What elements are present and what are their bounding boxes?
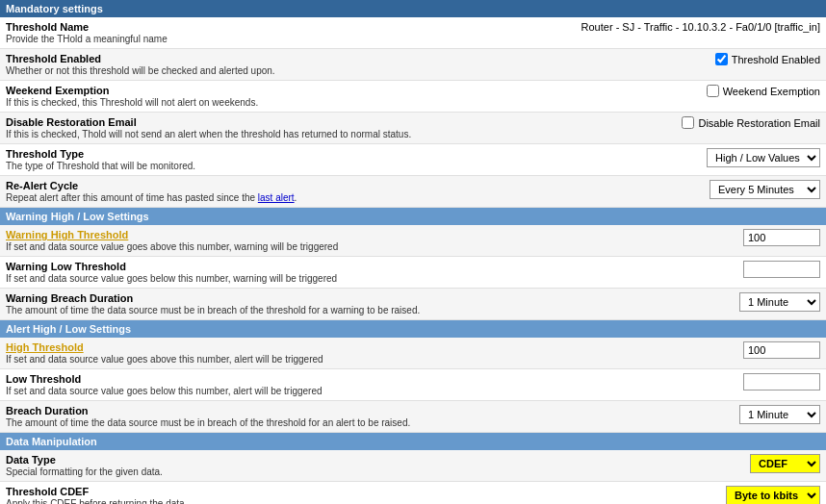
threshold-type-title: Threshold Type	[6, 148, 555, 160]
high-threshold-title: High Threshold	[6, 341, 555, 353]
low-threshold-desc: If set and data source value goes below …	[6, 386, 555, 396]
breach-duration-desc: The amount of time the data source must …	[6, 417, 555, 428]
re-alert-cycle-select[interactable]: Every 5 Minutes Every 10 Minutes Every 3…	[710, 180, 820, 199]
warning-low-threshold-title: Warning Low Threshold	[6, 261, 555, 272]
threshold-cdef-control[interactable]: Byte to kbits Bits to Bytes None	[564, 486, 820, 504]
threshold-name-control: Router - SJ - Traffic - 10.10.3.2 - Fa0/…	[564, 21, 820, 33]
threshold-cdef-row: Threshold CDEF Apply this CDEF before re…	[0, 482, 826, 504]
warning-low-threshold-desc: If set and data source value goes below …	[6, 273, 555, 284]
warning-breach-duration-desc: The amount of time the data source must …	[6, 305, 555, 315]
warning-low-threshold-label: Warning Low Threshold If set and data so…	[6, 261, 564, 284]
warning-breach-duration-control[interactable]: 1 Minute 5 Minutes 10 Minutes 30 Minutes	[564, 292, 820, 312]
high-threshold-control[interactable]	[564, 341, 820, 359]
threshold-enabled-row: Threshold Enabled Whether or not this th…	[0, 49, 826, 81]
last-alert-link: last alert	[258, 192, 295, 203]
disable-restoration-desc: If this is checked, Thold will not send …	[6, 129, 555, 139]
disable-restoration-row: Disable Restoration Email If this is che…	[0, 113, 826, 144]
threshold-type-label: Threshold Type The type of Threshold tha…	[6, 148, 564, 171]
threshold-enabled-control[interactable]: Threshold Enabled	[564, 53, 820, 65]
warning-high-threshold-desc: If set and data source value goes above …	[6, 241, 555, 252]
data-type-control[interactable]: CDEF None Gauge Counter	[564, 454, 820, 473]
re-alert-cycle-control[interactable]: Every 5 Minutes Every 10 Minutes Every 3…	[564, 180, 820, 199]
alert-header: Alert High / Low Settings	[0, 320, 826, 338]
low-threshold-label: Low Threshold If set and data source val…	[6, 373, 564, 396]
disable-restoration-checkbox-label: Disable Restoration Email	[698, 117, 820, 129]
data-type-desc: Special formatting for the given data.	[6, 466, 555, 477]
warning-high-threshold-input[interactable]	[743, 229, 820, 246]
disable-restoration-control[interactable]: Disable Restoration Email	[564, 116, 820, 129]
weekend-exemption-checkbox[interactable]	[707, 85, 719, 97]
weekend-exemption-checkbox-label: Weekend Exemption	[723, 86, 820, 97]
re-alert-cycle-title: Re-Alert Cycle	[6, 180, 555, 191]
threshold-cdef-label: Threshold CDEF Apply this CDEF before re…	[6, 486, 564, 504]
threshold-cdef-title: Threshold CDEF	[6, 486, 555, 497]
high-threshold-input[interactable]	[743, 341, 820, 359]
weekend-exemption-title: Weekend Exemption	[6, 85, 555, 96]
warning-high-threshold-row: Warning High Threshold If set and data s…	[0, 225, 826, 257]
warning-high-threshold-control[interactable]	[564, 229, 820, 246]
warning-breach-duration-select[interactable]: 1 Minute 5 Minutes 10 Minutes 30 Minutes	[739, 292, 820, 312]
high-threshold-desc: If set and data source value goes above …	[6, 354, 555, 365]
disable-restoration-label: Disable Restoration Email If this is che…	[6, 116, 564, 139]
weekend-exemption-label: Weekend Exemption If this is checked, th…	[6, 85, 564, 108]
warning-breach-duration-row: Warning Breach Duration The amount of ti…	[0, 289, 826, 320]
warning-breach-duration-title: Warning Breach Duration	[6, 292, 555, 304]
low-threshold-control[interactable]	[564, 373, 820, 391]
high-threshold-row: High Threshold If set and data source va…	[0, 338, 826, 369]
data-type-label: Data Type Special formatting for the giv…	[6, 454, 564, 477]
warning-high-threshold-label: Warning High Threshold If set and data s…	[6, 229, 564, 252]
data-manipulation-header: Data Manipulation	[0, 433, 826, 450]
warning-breach-duration-label: Warning Breach Duration The amount of ti…	[6, 292, 564, 315]
weekend-exemption-desc: If this is checked, this Threshold will …	[6, 97, 555, 108]
warning-low-threshold-input[interactable]	[743, 261, 820, 278]
re-alert-cycle-desc: Repeat alert after this amount of time h…	[6, 192, 555, 203]
data-type-select[interactable]: CDEF None Gauge Counter	[750, 454, 820, 473]
threshold-enabled-label: Threshold Enabled Whether or not this th…	[6, 53, 564, 76]
threshold-enabled-checkbox-label: Threshold Enabled	[732, 54, 820, 65]
threshold-cdef-desc: Apply this CDEF before returning the dat…	[6, 498, 555, 504]
high-threshold-label: High Threshold If set and data source va…	[6, 341, 564, 365]
low-threshold-input[interactable]	[743, 373, 820, 391]
threshold-cdef-select[interactable]: Byte to kbits Bits to Bytes None	[726, 486, 820, 504]
low-threshold-title: Low Threshold	[6, 373, 555, 385]
threshold-type-control[interactable]: High / Low Values Time Based Baseline	[564, 148, 820, 167]
threshold-type-desc: The type of Threshold that will be monit…	[6, 161, 555, 171]
weekend-exemption-row: Weekend Exemption If this is checked, th…	[0, 81, 826, 113]
breach-duration-row: Breach Duration The amount of time the d…	[0, 401, 826, 433]
breach-duration-title: Breach Duration	[6, 405, 555, 416]
warning-low-threshold-row: Warning Low Threshold If set and data so…	[0, 257, 826, 289]
threshold-name-label: Threshold Name Provide the THold a meani…	[6, 21, 564, 44]
threshold-type-select[interactable]: High / Low Values Time Based Baseline	[707, 148, 820, 167]
low-threshold-row: Low Threshold If set and data source val…	[0, 369, 826, 401]
breach-duration-select[interactable]: 1 Minute 5 Minutes 10 Minutes 30 Minutes	[739, 405, 820, 424]
threshold-name-value: Router - SJ - Traffic - 10.10.3.2 - Fa0/…	[581, 21, 820, 33]
breach-duration-label: Breach Duration The amount of time the d…	[6, 405, 564, 428]
threshold-enabled-title: Threshold Enabled	[6, 53, 555, 64]
data-type-title: Data Type	[6, 454, 555, 466]
data-type-row: Data Type Special formatting for the giv…	[0, 450, 826, 482]
threshold-enabled-checkbox[interactable]	[715, 53, 728, 65]
warning-header: Warning High / Low Settings	[0, 208, 826, 225]
disable-restoration-checkbox[interactable]	[682, 116, 694, 129]
mandatory-header: Mandatory settings	[0, 0, 826, 17]
threshold-name-desc: Provide the THold a meaningful name	[6, 34, 555, 44]
re-alert-cycle-label: Re-Alert Cycle Repeat alert after this a…	[6, 180, 564, 203]
breach-duration-control[interactable]: 1 Minute 5 Minutes 10 Minutes 30 Minutes	[564, 405, 820, 424]
weekend-exemption-control[interactable]: Weekend Exemption	[564, 85, 820, 97]
threshold-name-row: Threshold Name Provide the THold a meani…	[0, 17, 826, 49]
threshold-name-title: Threshold Name	[6, 21, 555, 33]
threshold-type-row: Threshold Type The type of Threshold tha…	[0, 144, 826, 176]
disable-restoration-title: Disable Restoration Email	[6, 116, 555, 128]
re-alert-cycle-row: Re-Alert Cycle Repeat alert after this a…	[0, 176, 826, 208]
warning-low-threshold-control[interactable]	[564, 261, 820, 278]
warning-high-threshold-title: Warning High Threshold	[6, 229, 555, 240]
threshold-enabled-desc: Whether or not this threshold will be ch…	[6, 65, 555, 76]
